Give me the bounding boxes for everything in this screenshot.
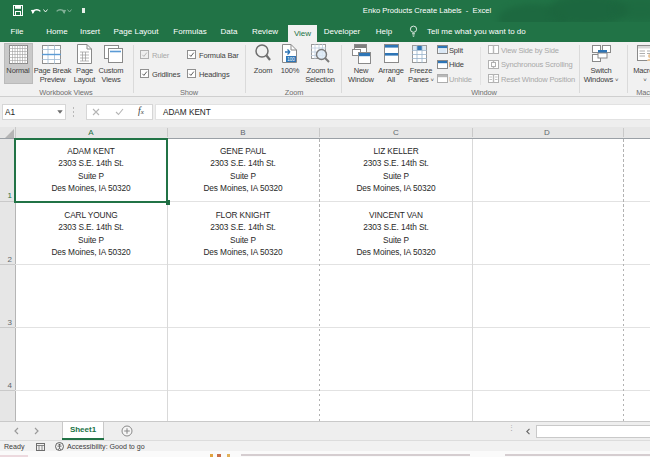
svg-text:100: 100	[287, 57, 295, 62]
